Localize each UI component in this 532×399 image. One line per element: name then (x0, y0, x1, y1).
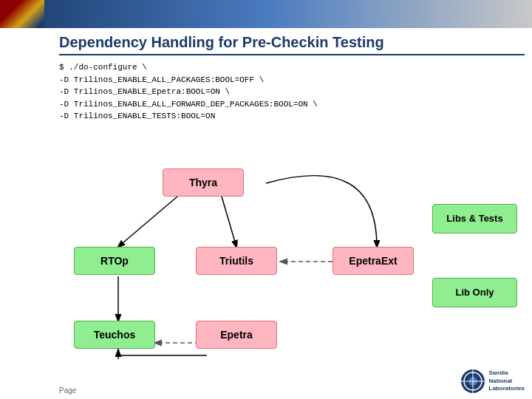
page-label: Page (59, 386, 76, 395)
code-line-1: $ ./do-configure \ (59, 61, 517, 74)
legend-libs-tests: Libs & Tests (432, 204, 517, 233)
epetraext-box: EpetraExt (332, 247, 414, 275)
code-line-3: -D Trilinos_ENABLE_Epetra:BOOL=ON \ (59, 86, 517, 98)
sandia-text: SandiaNationalLaboratories (489, 369, 525, 392)
teuchos-box: Teuchos (74, 321, 155, 349)
content-area: $ ./do-configure \ -D Trilinos_ENABLE_AL… (0, 55, 532, 366)
sandia-logo: SandiaNationalLaboratories (460, 368, 525, 395)
rtop-box: RTOp (74, 247, 155, 275)
code-line-5: -D Trilinos_ENABLE_TESTS:BOOL=ON (59, 110, 517, 123)
thyra-box: Thyra (163, 168, 244, 197)
sandia-emblem-icon (460, 368, 486, 395)
dependency-diagram: Thyra RTOp Triutils EpetraExt Teuchos Ep… (59, 130, 517, 366)
banner-logo (0, 0, 44, 28)
page-title: Dependency Handling for Pre-Checkin Test… (0, 28, 532, 54)
triutils-box: Triutils (196, 247, 277, 275)
code-line-4: -D Trilinos_ENABLE_ALL_FORWARD_DEP_PACKA… (59, 98, 517, 111)
svg-line-2 (222, 197, 236, 247)
code-block: $ ./do-configure \ -D Trilinos_ENABLE_AL… (59, 61, 517, 123)
top-banner (0, 0, 532, 28)
svg-line-0 (118, 197, 177, 247)
epetra-box: Epetra (196, 321, 277, 349)
legend-lib-only: Lib Only (432, 278, 517, 307)
code-line-2: -D Trilinos_ENABLE_ALL_PACKAGES:BOOL=OFF… (59, 74, 517, 86)
